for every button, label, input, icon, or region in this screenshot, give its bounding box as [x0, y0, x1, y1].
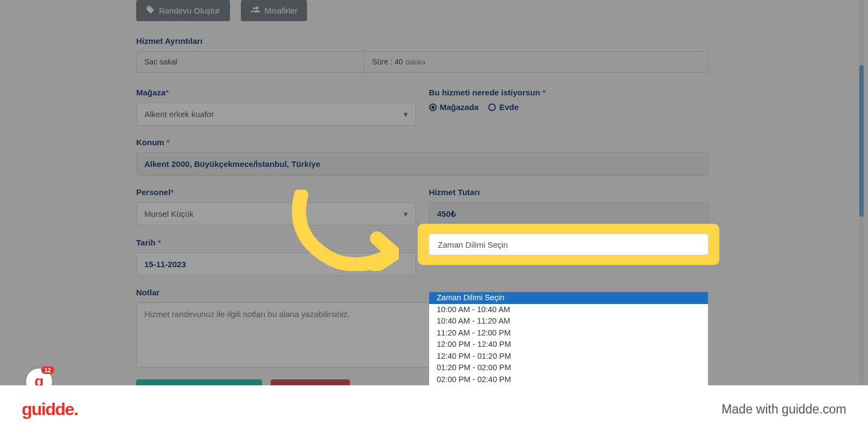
staff-label: Personel*	[136, 188, 416, 197]
service-details-title: Hizmet Ayrıntıları	[136, 36, 709, 46]
staff-select[interactable]: Mursel Küçük ▾	[136, 202, 416, 225]
time-option[interactable]: 12:40 PM - 01:20 PM	[429, 351, 708, 363]
time-option[interactable]: Zaman Dilimi Seçin	[429, 292, 708, 304]
amount-display: 450₺	[429, 202, 709, 226]
button-label: Misafirler	[265, 6, 298, 15]
amount-label: Hizmet Tutarı	[429, 188, 709, 197]
users-icon	[251, 5, 260, 16]
time-option[interactable]: 12:00 PM - 12:40 PM	[429, 339, 708, 351]
time-option[interactable]: 11:20 AM - 12:00 PM	[429, 327, 708, 339]
chevron-down-icon: ▾	[404, 209, 408, 219]
where-label: Bu hizmeti nerede istiyorsun *	[429, 88, 709, 97]
time-option[interactable]: 10:40 AM - 11:20 AM	[429, 315, 708, 327]
radio-in-store[interactable]: Mağazada	[429, 102, 479, 112]
button-label: Randevu Oluştur	[159, 6, 220, 15]
made-with-text: Made with guidde.com	[722, 402, 846, 417]
date-input[interactable]: 15-11-2023	[136, 253, 416, 276]
tag-icon	[146, 5, 155, 16]
store-label: Mağaza*	[136, 88, 416, 97]
service-details-row: Sac sakal Süre : 40 dakika	[136, 51, 709, 73]
highlight-annotation: Zaman Dilimi Seçin	[418, 224, 719, 265]
time-option[interactable]: 01:20 PM - 02:00 PM	[429, 362, 708, 374]
create-appointment-button[interactable]: Randevu Oluştur	[136, 0, 230, 21]
radio-icon	[429, 104, 437, 111]
scrollbar-thumb[interactable]	[859, 65, 864, 217]
guests-button[interactable]: Misafirler	[241, 0, 308, 21]
service-duration: Süre : 40 dakika	[365, 51, 708, 72]
time-option[interactable]: 02:00 PM - 02:40 PM	[429, 374, 708, 386]
date-label: Tarih *	[136, 238, 416, 247]
chevron-down-icon: ▾	[404, 109, 408, 119]
location-input[interactable]: Alkent 2000, Büyükçekmece/İstanbul, Türk…	[136, 152, 709, 176]
service-name: Sac sakal	[137, 51, 365, 72]
radio-at-home[interactable]: Evde	[488, 102, 519, 112]
footer-bar: guidde. Made with guidde.com	[0, 385, 868, 433]
time-range-dropdown[interactable]: Zaman Dilimi Seçin10:00 AM - 10:40 AM10:…	[429, 292, 709, 398]
time-option[interactable]: 10:00 AM - 10:40 AM	[429, 304, 708, 316]
guidde-logo: guidde.	[22, 399, 78, 419]
radio-icon	[488, 104, 496, 111]
time-range-select[interactable]: Zaman Dilimi Seçin	[429, 234, 709, 255]
store-select[interactable]: Alkent erkek kuafor ▾	[136, 102, 416, 126]
location-label: Konum *	[136, 138, 709, 147]
